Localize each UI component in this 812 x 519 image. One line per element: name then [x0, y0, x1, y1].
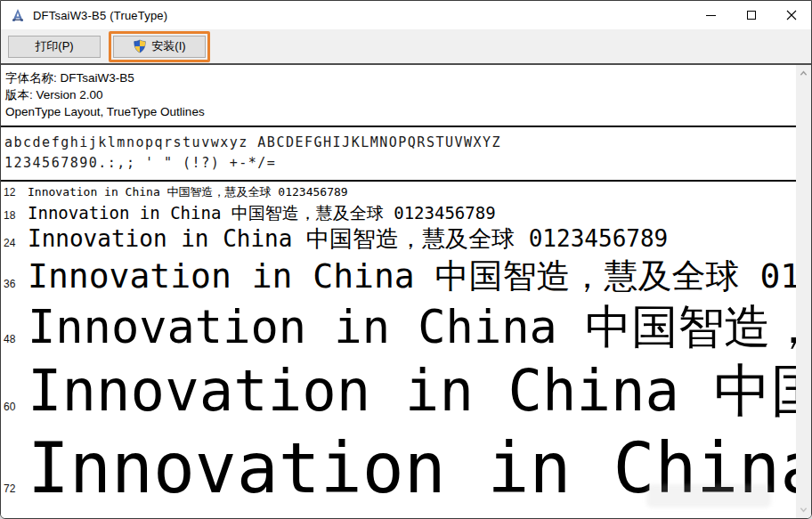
size-label: 48	[1, 333, 28, 345]
window-title: DFTsaiW3-B5 (TrueType)	[33, 9, 167, 22]
vertical-scrollbar[interactable]	[796, 65, 811, 518]
size-preview-section: 12 Innovation in China 中国智造，慧及全球 0123456…	[1, 182, 796, 518]
preview-text: Innovation in China 中国智造，慧及全球 0123456789	[28, 201, 496, 224]
maximize-icon	[747, 11, 756, 20]
content-area: 字体名称: DFTsaiW3-B5 版本: Version 2.00 OpenT…	[1, 65, 811, 518]
numerals-line: 1234567890.:,; ' " (!?) +-*/=	[4, 153, 796, 174]
install-button-label: 安装(I)	[151, 38, 185, 54]
size-label: 24	[1, 237, 28, 249]
chevron-up-icon[interactable]	[800, 69, 808, 77]
uac-shield-icon	[133, 39, 147, 53]
minimize-button[interactable]	[691, 1, 731, 29]
size-label: 12	[1, 186, 28, 199]
print-button-label: 打印(P)	[35, 38, 73, 54]
size-label: 72	[1, 483, 28, 495]
maximize-button[interactable]	[731, 1, 771, 29]
preview-text: Innovation in China 中国智造，慧及全球 0123456789	[28, 183, 348, 201]
preview-text: Innovation in China 中国智造，慧及全球 0123456789	[28, 356, 796, 426]
chevron-down-icon[interactable]	[800, 506, 808, 514]
font-viewer-window: DFTsaiW3-B5 (TrueType) 打印(P)	[0, 0, 812, 519]
toolbar: 打印(P) 安装(I)	[1, 29, 811, 63]
close-button[interactable]	[771, 1, 811, 29]
size-label: 18	[1, 209, 28, 222]
print-button[interactable]: 打印(P)	[8, 36, 101, 58]
alphabet-sample-section: abcdefghijklmnopqrstuvwxyz ABCDEFGHIJKLM…	[1, 127, 796, 180]
font-outline-line: OpenType Layout, TrueType Outlines	[5, 103, 796, 120]
font-name-line: 字体名称: DFTsaiW3-B5	[5, 69, 796, 86]
preview-row-12: 12 Innovation in China 中国智造，慧及全球 0123456…	[1, 183, 796, 201]
preview-text: Innovation in China 中国智造，慧及全球 0123456789	[28, 224, 668, 254]
alphabet-line: abcdefghijklmnopqrstuvwxyz ABCDEFGHIJKLM…	[4, 133, 796, 153]
install-highlight-annotation: 安装(I)	[109, 31, 210, 62]
preview-row-60: 60 Innovation in China 中国智造，慧及全球 0123456…	[1, 356, 796, 426]
size-label: 36	[1, 278, 28, 290]
title-bar[interactable]: DFTsaiW3-B5 (TrueType)	[1, 1, 811, 29]
close-icon	[786, 10, 797, 20]
font-info-section: 字体名称: DFTsaiW3-B5 版本: Version 2.00 OpenT…	[1, 65, 796, 126]
size-label: 60	[1, 401, 28, 413]
preview-row-36: 36 Innovation in China 中国智造，慧及全球 0123456…	[1, 254, 796, 298]
font-version-line: 版本: Version 2.00	[5, 86, 796, 103]
install-button[interactable]: 安装(I)	[113, 36, 206, 58]
preview-row-48: 48 Innovation in China 中国智造，慧及全球 0123456…	[1, 298, 796, 356]
preview-text: Innovation in China 中国智造，慧及全球 0123456789	[28, 298, 796, 356]
preview-row-24: 24 Innovation in China 中国智造，慧及全球 0123456…	[1, 224, 796, 254]
watermark-smudge	[646, 484, 771, 507]
window-controls	[691, 1, 811, 29]
preview-row-18: 18 Innovation in China 中国智造，慧及全球 0123456…	[1, 201, 796, 224]
font-preview-pane: 字体名称: DFTsaiW3-B5 版本: Version 2.00 OpenT…	[1, 65, 796, 518]
fontview-a-icon	[10, 7, 26, 23]
minimize-icon	[706, 15, 716, 16]
preview-text: Innovation in China 中国智造，慧及全球 0123456789	[28, 254, 796, 298]
